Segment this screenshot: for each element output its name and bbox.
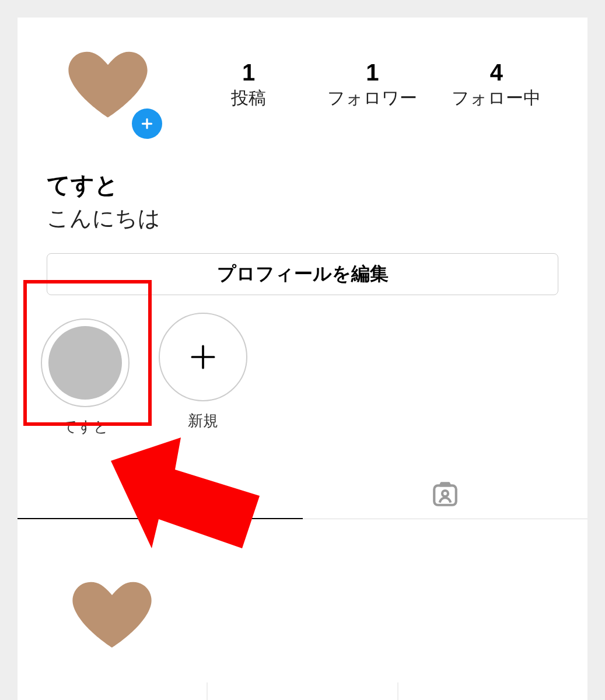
- highlights-row: てすと 新規: [18, 295, 587, 454]
- stat-posts-count: 1: [187, 60, 310, 85]
- highlight-label: 新規: [188, 411, 218, 431]
- highlight-thumb: [48, 326, 122, 400]
- avatar-wrap[interactable]: [58, 35, 158, 134]
- posts-grid: [18, 519, 587, 700]
- profile-bio: てすと こんにちは: [18, 146, 587, 239]
- highlight-item[interactable]: てすと: [35, 313, 135, 443]
- stat-following[interactable]: 4 フォロー中: [435, 60, 558, 110]
- tab-tagged[interactable]: [303, 470, 588, 519]
- add-story-badge[interactable]: [132, 108, 162, 139]
- stat-followers-count: 1: [310, 60, 434, 85]
- stat-followers[interactable]: 1 フォロワー: [310, 60, 434, 110]
- profile-tabs: [18, 470, 587, 519]
- edit-profile-label: プロフィールを編集: [217, 261, 389, 287]
- stat-followers-label: フォロワー: [310, 86, 434, 110]
- svg-point-1: [442, 491, 448, 496]
- highlight-label: てすと: [62, 416, 109, 437]
- stat-posts-label: 投稿: [187, 86, 310, 110]
- display-name: てすと: [47, 169, 558, 201]
- plus-icon: [187, 341, 219, 373]
- profile-screen: 1 投稿 1 フォロワー 4 フォロー中 てすと こんにちは プロフィールを編集…: [18, 18, 587, 682]
- stat-posts[interactable]: 1 投稿: [187, 60, 310, 110]
- highlight-new[interactable]: 新規: [159, 313, 247, 443]
- post-empty: [208, 520, 397, 700]
- bio-text: こんにちは: [47, 204, 558, 233]
- tab-grid[interactable]: [18, 470, 303, 519]
- post-thumbnail[interactable]: [18, 520, 207, 700]
- highlight-circle: [41, 318, 130, 407]
- post-empty: [398, 520, 587, 700]
- tagged-person-icon: [431, 480, 460, 509]
- edit-profile-button[interactable]: プロフィールを編集: [47, 253, 558, 295]
- stat-following-count: 4: [435, 60, 558, 85]
- profile-header: 1 投稿 1 フォロワー 4 フォロー中: [18, 18, 587, 146]
- heart-icon: [68, 571, 156, 659]
- stat-following-label: フォロー中: [435, 86, 558, 110]
- plus-icon: [139, 116, 155, 131]
- profile-stats: 1 投稿 1 フォロワー 4 フォロー中: [187, 60, 558, 110]
- highlight-circle: [159, 313, 247, 401]
